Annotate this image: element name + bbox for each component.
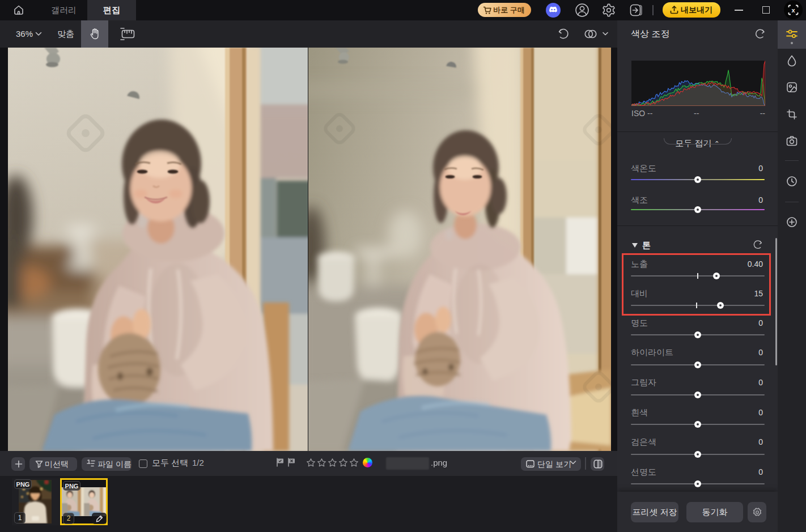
svg-text:x: x — [791, 7, 795, 14]
